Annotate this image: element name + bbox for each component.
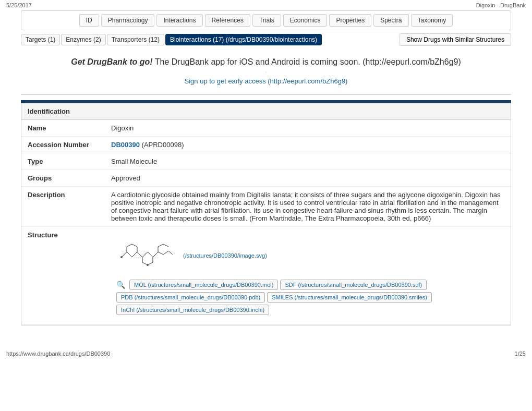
svg-line-5 — [148, 252, 153, 257]
svg-line-1 — [127, 252, 132, 257]
structure-image-link: (/structures/DB00390/image.svg) — [183, 252, 267, 259]
promo-banner: Get DrugBank to go! The DrugBank app for… — [21, 49, 511, 89]
divider-line — [21, 94, 511, 95]
structure-download-link[interactable]: SMILES (/structures/small_molecule_drugs… — [267, 292, 432, 303]
field-value-0: Digoxin — [105, 120, 511, 137]
zoom-icon[interactable]: 🔍 — [116, 281, 125, 289]
promo-headline: Get DrugBank to go! The DrugBank app for… — [21, 57, 511, 67]
svg-point-21 — [120, 256, 123, 258]
field-value-2: Small Molecule — [105, 153, 511, 170]
svg-line-2 — [132, 252, 137, 257]
nav-tab-pharmacology[interactable]: Pharmacology — [101, 14, 155, 27]
footer-page-number: 1/25 — [515, 350, 526, 357]
sub-tab-biointeractions[interactable]: Biointeractions (17) (/drugs/DB00390/bio… — [165, 34, 322, 45]
field-value-5: (/structures/DB00390/image.svg)🔍MOL (/st… — [105, 227, 511, 325]
nav-tab-trials[interactable]: Trials — [252, 14, 281, 27]
nav-tab-spectra[interactable]: Spectra — [373, 14, 408, 27]
sub-tab-transporters[interactable]: Transporters (12) — [107, 34, 164, 45]
nav-tab-interactions[interactable]: Interactions — [156, 14, 202, 27]
sub-tabs-row: Targets (1)Enzymes (2)Transporters (12)B… — [21, 30, 511, 49]
svg-line-3 — [137, 252, 142, 257]
nav-tab-taxonomy[interactable]: Taxonomy — [411, 14, 453, 27]
main-container: IDPharmacologyInteractionsReferencesTria… — [10, 10, 522, 325]
footer-url: https://www.drugbank.ca/drugs/DB00390 — [6, 350, 110, 357]
nav-tab-id[interactable]: ID — [79, 14, 99, 27]
svg-line-19 — [158, 244, 163, 247]
promo-signup-text: Sign up to get early access (http://eepu… — [21, 77, 511, 85]
field-value-1: DB00390 (APRD00098) — [105, 137, 511, 153]
field-label-3: Groups — [21, 170, 105, 187]
promo-headline-text: The DrugBank app for iOS and Android is … — [153, 57, 461, 66]
promo-headline-prefix: Get DrugBank to go! — [71, 57, 152, 66]
structure-links: 🔍MOL (/structures/small_molecule_drugs/D… — [116, 280, 499, 315]
field-label-2: Type — [21, 153, 105, 170]
table-row: GroupsApproved — [21, 170, 511, 187]
structure-download-link[interactable]: SDF (/structures/small_molecule_drugs/DB… — [280, 280, 427, 290]
browser-page-title: Digoxin - DrugBank — [476, 2, 526, 8]
info-table-body: NameDigoxinAccession NumberDB00390 (APRD… — [21, 120, 511, 325]
field-label-0: Name — [21, 120, 105, 137]
table-row: NameDigoxin — [21, 120, 511, 137]
promo-signup-link[interactable]: Sign up to get early access (http://eepu… — [185, 77, 348, 85]
accession-link[interactable]: DB00390 — [111, 141, 140, 149]
nav-tab-economics[interactable]: Economics — [283, 14, 328, 27]
content-box: Identification NameDigoxinAccession Numb… — [21, 103, 511, 325]
show-similar-button[interactable]: Show Drugs with Similar Structures — [400, 33, 511, 46]
table-row: DescriptionA cardiotonic glycoside obtai… — [21, 187, 511, 227]
svg-line-7 — [158, 252, 163, 255]
nav-tab-list: IDPharmacologyInteractionsReferencesTria… — [79, 14, 453, 27]
sub-tab-targets[interactable]: Targets (1) — [21, 34, 60, 45]
molecule-image[interactable] — [116, 236, 179, 274]
section-header: Identification — [21, 103, 511, 120]
accession-value: DB00390 (APRD00098) — [111, 141, 184, 149]
field-label-1: Accession Number — [21, 137, 105, 153]
field-label-5: Structure — [21, 227, 105, 325]
svg-line-8 — [163, 251, 168, 255]
svg-line-0 — [122, 252, 127, 257]
nav-tab-references[interactable]: References — [205, 14, 250, 27]
svg-point-22 — [147, 264, 149, 266]
info-table: NameDigoxinAccession NumberDB00390 (APRD… — [21, 120, 511, 325]
table-row: TypeSmall Molecule — [21, 153, 511, 170]
footer-bar: https://www.drugbank.ca/drugs/DB00390 1/… — [0, 346, 532, 361]
svg-line-4 — [142, 252, 148, 257]
structure-download-link[interactable]: MOL (/structures/small_molecule_drugs/DB… — [129, 280, 278, 290]
nav-tab-properties[interactable]: Properties — [329, 14, 371, 27]
svg-line-9 — [168, 251, 173, 255]
table-row: Structure — [21, 227, 511, 325]
field-value-3: Approved — [105, 170, 511, 187]
field-value-4: A cardiotonic glycoside obtained mainly … — [105, 187, 511, 227]
browser-date: 5/25/2017 — [6, 2, 32, 8]
sub-tab-enzymes[interactable]: Enzymes (2) — [61, 34, 105, 45]
structure-area: (/structures/DB00390/image.svg)🔍MOL (/st… — [111, 231, 504, 320]
structure-download-link[interactable]: PDB (/structures/small_molecule_drugs/DB… — [116, 292, 265, 303]
structure-download-link[interactable]: InChI (/structures/small_molecule_drugs/… — [116, 305, 269, 315]
table-row: Accession NumberDB00390 (APRD00098) — [21, 137, 511, 153]
svg-line-12 — [132, 244, 137, 247]
svg-line-20 — [163, 244, 168, 247]
browser-bar: 5/25/2017 Digoxin - DrugBank — [0, 0, 532, 10]
field-label-4: Description — [21, 187, 105, 227]
nav-tabs: IDPharmacologyInteractionsReferencesTria… — [21, 10, 511, 30]
svg-line-6 — [153, 252, 158, 257]
svg-line-11 — [127, 244, 132, 247]
sub-tab-list: Targets (1)Enzymes (2)Transporters (12)B… — [21, 34, 322, 45]
